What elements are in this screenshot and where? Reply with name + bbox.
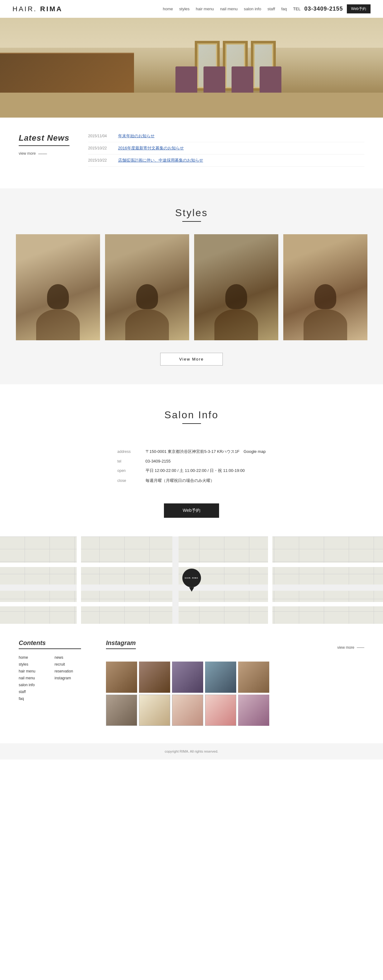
style-card-3[interactable] (194, 234, 278, 340)
contents-title: Contents (19, 640, 81, 649)
info-row-address: address 〒150-0001 東京都渋谷区神宮前5-3-17 KRハウス1… (117, 449, 266, 455)
head-1 (47, 284, 69, 309)
news-item: 2015/11/04 年末年始のお知らせ (88, 133, 364, 142)
contents-column: Contents home news styles recruit hair m… (19, 640, 81, 728)
footer-link-nail-menu[interactable]: nail menu (19, 676, 45, 680)
nav-hair-menu[interactable]: hair menu (196, 6, 214, 11)
news-link-2[interactable]: 2016年度最新寄付文募集のお知らせ (118, 145, 184, 151)
footer-link-faq[interactable]: faq (19, 697, 45, 701)
info-row-open: open 平日 12:00-22:00 / 土 11:00-22:00 / 日・… (117, 468, 266, 474)
nav-nail-menu[interactable]: nail menu (220, 6, 237, 11)
shoulders-2 (125, 309, 169, 340)
instagram-thumb-7[interactable] (139, 695, 170, 726)
news-link-1[interactable]: 年末年始のお知らせ (118, 133, 155, 139)
style-card-4[interactable] (283, 234, 367, 340)
news-list: 2015/11/04 年末年始のお知らせ 2015/10/22 2016年度最新… (88, 133, 364, 170)
hero-floor (0, 92, 383, 118)
footer-link-instagram[interactable]: instagram (55, 676, 81, 680)
salon-info-title: Salon Info (13, 409, 370, 421)
hero-counter (0, 53, 134, 92)
nav-salon-info[interactable]: salon info (244, 6, 261, 11)
styles-underline (182, 221, 201, 222)
instagram-grid-row-2 (106, 695, 364, 726)
instagram-title: Instagram (106, 640, 136, 649)
chair-1 (176, 67, 197, 94)
footer-link-news[interactable]: news (55, 655, 81, 660)
nav-styles[interactable]: styles (179, 6, 190, 11)
footer-spacer-1 (55, 683, 81, 687)
tel-label: TEL (293, 6, 301, 11)
footer-link-recruit[interactable]: recruit (55, 662, 81, 667)
footer-link-staff[interactable]: staff (19, 690, 45, 694)
map-section[interactable]: HAIR. RIMA (0, 536, 383, 624)
instagram-thumb-5[interactable] (238, 662, 269, 693)
styles-view-more-button[interactable]: View More (160, 353, 223, 366)
shoulders-1 (36, 309, 80, 340)
latest-news-section: Latest News view more 2015/11/04 年末年始のお知… (0, 118, 383, 188)
news-view-more-link[interactable]: view more (19, 151, 70, 156)
instagram-thumb-4[interactable] (205, 662, 236, 693)
copyright-bar: copyright RIMA. All rights reserved. (0, 743, 383, 759)
map-road-v-1 (77, 536, 81, 624)
instagram-thumb-10[interactable] (238, 695, 269, 726)
main-nav: home styles hair menu nail menu salon in… (163, 4, 370, 13)
info-label-address: address (117, 449, 139, 454)
instagram-thumb-1[interactable] (106, 662, 137, 693)
map-road-v-2 (173, 536, 179, 624)
salon-info-underline (182, 423, 201, 424)
shoulders-3 (214, 309, 258, 340)
info-label-close: close (117, 479, 139, 483)
salon-info-section: Salon Info address 〒150-0001 東京都渋谷区神宮前5-… (0, 384, 383, 536)
info-value-tel: 03-3409-2155 (146, 459, 171, 463)
instagram-thumb-8[interactable] (172, 695, 203, 726)
footer-link-styles[interactable]: styles (19, 662, 45, 667)
map-road-h-3 (0, 602, 383, 606)
header-web-reserve-button[interactable]: Web予約 (347, 4, 370, 13)
info-row-tel: tel 03-3409-2155 (117, 459, 266, 463)
instagram-thumb-6[interactable] (106, 695, 137, 726)
hero-chairs (173, 58, 383, 98)
style-card-1[interactable] (16, 234, 100, 340)
news-date-1: 2015/11/04 (88, 134, 113, 138)
nav-home[interactable]: home (163, 6, 173, 11)
map-road-v-3 (268, 536, 272, 624)
news-item: 2015/10/22 2016年度最新寄付文募集のお知らせ (88, 145, 364, 154)
chair-4 (260, 67, 282, 94)
site-logo: HAIR. RIMA (13, 5, 63, 13)
map-pin-triangle (189, 587, 194, 592)
instagram-thumb-9[interactable] (205, 695, 236, 726)
nav-faq[interactable]: faq (282, 6, 287, 11)
footer-spacer-2 (55, 690, 81, 694)
instagram-view-more-link[interactable]: view more (337, 645, 364, 650)
instagram-thumb-3[interactable] (172, 662, 203, 693)
shoulders-4 (304, 309, 347, 340)
news-link-3[interactable]: 店舗拡張計画に伴い、中途採用募集のお知らせ (118, 158, 203, 163)
latest-news-title: Latest News (19, 133, 70, 146)
map-pin: HAIR. RIMA (182, 569, 201, 592)
footer-link-hair-menu[interactable]: hair menu (19, 669, 45, 673)
hero-image (0, 18, 383, 118)
person-silhouette-4 (304, 284, 347, 340)
styles-section: Styles (0, 188, 383, 384)
head-3 (225, 284, 247, 309)
chair-2 (204, 67, 225, 94)
salon-info-table: address 〒150-0001 東京都渋谷区神宮前5-3-17 KRハウス1… (117, 449, 266, 488)
copyright-text: copyright RIMA. All rights reserved. (165, 749, 218, 753)
footer-link-salon-info[interactable]: salon info (19, 683, 45, 687)
person-silhouette-2 (125, 284, 169, 340)
instagram-header: Instagram view more (106, 640, 364, 655)
news-date-2: 2015/10/22 (88, 146, 113, 150)
head-2 (136, 284, 158, 309)
footer-link-home[interactable]: home (19, 655, 45, 660)
person-silhouette-1 (36, 284, 80, 340)
info-value-address: 〒150-0001 東京都渋谷区神宮前5-3-17 KRハウス1F Google… (146, 449, 266, 455)
instagram-thumb-2[interactable] (139, 662, 170, 693)
contents-links: home news styles recruit hair menu reser… (19, 655, 81, 701)
style-card-2[interactable] (105, 234, 189, 340)
salon-web-reserve-button[interactable]: Web予約 (164, 503, 219, 518)
footer-link-reservation[interactable]: reservation (55, 669, 81, 673)
info-value-open: 平日 12:00-22:00 / 土 11:00-22:00 / 日・祝 11:… (146, 468, 245, 474)
news-title-block: Latest News view more (19, 133, 70, 170)
nav-staff[interactable]: staff (267, 6, 275, 11)
style-thumb-4 (283, 234, 367, 340)
